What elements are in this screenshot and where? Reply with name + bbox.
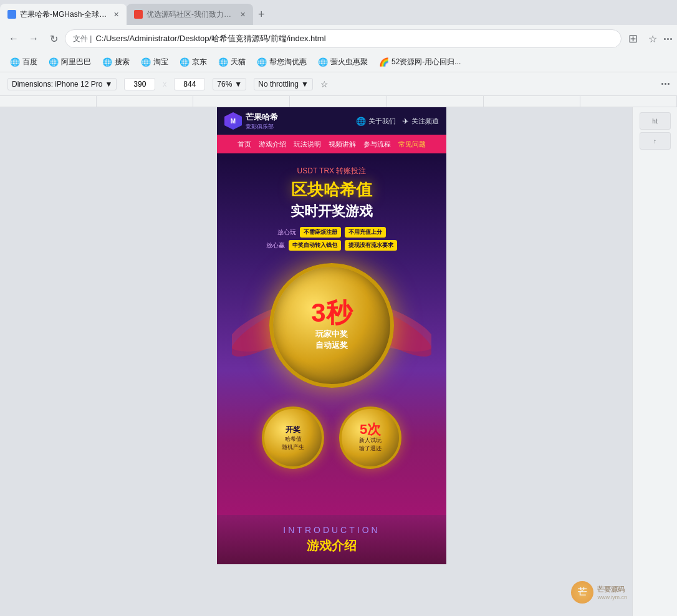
small-coins-row: 开奖 哈希值 随机产生 5次 新人试玩 输了退还 [227, 407, 436, 469]
big-coin: 3秒 玩家中奖 自动返奖 [269, 263, 394, 388]
tab-1-favicon [7, 10, 16, 19]
small-coin-1-sub1: 哈希值 [285, 435, 302, 443]
right-side-panel: ht ↑ [632, 107, 677, 616]
feature-label-1: 放心玩 [277, 228, 296, 237]
feature-row-2: 放心赢 中奖自动转入钱包 提现没有流水要求 [227, 240, 436, 251]
hero-subtitle: USDT TRX 转账投注 [227, 166, 436, 176]
bookmark-alibaba-label: 阿里巴巴 [61, 57, 91, 67]
coin-number: 3秒 [311, 300, 352, 326]
more-options-menu[interactable] [664, 38, 672, 40]
watermark-text-block: 芒要源码 www.iym.cn [597, 585, 627, 600]
about-icon: 🌐 [356, 117, 366, 126]
about-us-link[interactable]: 🌐 关于我们 [356, 117, 396, 126]
bookmark-search[interactable]: 🌐 搜索 [97, 54, 135, 70]
small-coin-2-sub1: 新人试玩 [359, 436, 382, 445]
extensions-button[interactable]: ⊞ [624, 30, 641, 47]
follow-channel-label: 关注频道 [411, 117, 439, 126]
52-icon: 🌈 [379, 57, 389, 67]
bookmark-taobao-label: 淘宝 [153, 57, 168, 67]
small-coin-1-sub2: 随机产生 [282, 443, 304, 451]
height-input[interactable] [174, 78, 205, 90]
bookmark-button[interactable]: ☆ [644, 30, 661, 47]
zoom-label: 76% [217, 80, 232, 89]
address-bar[interactable]: 文件 | C:/Users/Administrator/Desktop/哈希值竞… [65, 29, 622, 48]
big-coin-face: 3秒 玩家中奖 自动返奖 [269, 263, 394, 388]
lock-icon: 文件 | [73, 34, 92, 44]
firefly-icon: 🌐 [318, 57, 328, 67]
header-navigation: 🌐 关于我们 ✈ 关注频道 [356, 117, 439, 126]
width-input[interactable] [124, 78, 155, 90]
main-content-area: M 芒果哈希 竞彩俱乐部 🌐 关于我们 ✈ 关注频道 [0, 107, 677, 616]
bookmark-alibaba[interactable]: 🌐 阿里巴巴 [44, 54, 96, 70]
responsive-ruler [0, 96, 677, 107]
help-icon: 🌐 [257, 57, 267, 67]
hero-title-1: 区块哈希值 [227, 179, 436, 201]
intro-section: INTRODUCTION 游戏介绍 [217, 515, 446, 564]
logo-main-text: 芒果哈希 [246, 112, 278, 123]
about-us-label: 关于我们 [368, 117, 396, 126]
device-dropdown-icon: ▼ [105, 80, 112, 89]
throttling-selector[interactable]: No throttling ▼ [254, 78, 313, 90]
tab-1[interactable]: 芒果哈希-MGHash-全球最大的哈... ✕ [0, 4, 127, 25]
tab-2[interactable]: 优选源码社区-我们致力打造全网... ✕ [127, 4, 253, 25]
tab-2-title: 优选源码社区-我们致力打造全网... [146, 9, 234, 20]
logo-sub-text: 竞彩俱乐部 [246, 123, 278, 131]
bookmark-52[interactable]: 🌈 52资源网-用心回归... [374, 54, 466, 70]
feature-row-1: 放心玩 不需麻烦注册 不用充值上分 [227, 227, 436, 238]
zoom-selector[interactable]: 76% ▼ [213, 78, 246, 90]
nav-rules[interactable]: 玩法说明 [294, 140, 321, 149]
jd-icon: 🌐 [180, 57, 190, 67]
right-panel-btn-2[interactable]: ↑ [640, 132, 671, 150]
devtools-more-menu[interactable] [661, 83, 670, 85]
nav-faq[interactable]: 常见问题 [398, 140, 426, 149]
bookmark-help-label: 帮您淘优惠 [269, 57, 307, 67]
tmall-icon: 🌐 [218, 57, 228, 67]
tab-2-close[interactable]: ✕ [240, 11, 246, 19]
watermark-name: 芒要源码 [597, 585, 627, 594]
bookmark-star-icon: ☆ [320, 79, 329, 89]
new-tab-button[interactable]: + [253, 8, 270, 21]
feature-tag-1b: 不用充值上分 [345, 227, 386, 238]
bookmark-help[interactable]: 🌐 帮您淘优惠 [252, 54, 312, 70]
bookmark-firefly[interactable]: 🌐 萤火虫惠聚 [313, 54, 373, 70]
follow-channel-link[interactable]: ✈ 关注频道 [402, 117, 439, 126]
throttling-dropdown-icon: ▼ [301, 80, 309, 89]
nav-home[interactable]: 首页 [238, 140, 251, 149]
bookmark-baidu[interactable]: 🌐 百度 [5, 54, 42, 70]
url-text: C:/Users/Administrator/Desktop/哈希值竞猜源码/前… [95, 33, 325, 44]
bookmark-taobao[interactable]: 🌐 淘宝 [136, 54, 173, 70]
ruler-seg-5 [387, 96, 484, 107]
tab-1-close[interactable]: ✕ [113, 11, 119, 19]
hero-transfer-text: 转账投注 [336, 166, 366, 175]
bookmark-jd[interactable]: 🌐 京东 [175, 54, 212, 70]
ruler-seg-1 [0, 96, 97, 107]
browser-chrome: 芒果哈希-MGHash-全球最大的哈... ✕ 优选源码社区-我们致力打造全网.… [0, 0, 677, 107]
taobao-icon: 🌐 [141, 57, 151, 67]
logo-text-block: 芒果哈希 竞彩俱乐部 [246, 112, 278, 131]
devtools-toolbar: Dimensions: iPhone 12 Pro ▼ x 76% ▼ No t… [0, 72, 677, 96]
hero-banner: USDT TRX 转账投注 区块哈希值 实时开奖游戏 放心玩 不需麻烦注册 不用… [217, 153, 446, 515]
small-coin-1-title: 开奖 [286, 425, 300, 435]
hero-title-2: 实时开奖游戏 [227, 202, 436, 221]
feature-tag-2a: 中奖自动转入钱包 [289, 240, 341, 251]
feature-tag-2b: 提现没有流水要求 [345, 240, 397, 251]
intro-title: 游戏介绍 [227, 537, 436, 554]
logo-hexagon: M [224, 112, 242, 130]
right-panel-btn-1[interactable]: ht [640, 112, 671, 130]
ruler-seg-6 [484, 96, 580, 107]
small-coin-2-sub2: 输了退还 [359, 445, 382, 453]
mobile-preview-frame: M 芒果哈希 竞彩俱乐部 🌐 关于我们 ✈ 关注频道 [217, 107, 446, 564]
back-button[interactable]: ← [5, 30, 22, 47]
nav-video[interactable]: 视频讲解 [329, 140, 356, 149]
nav-game-intro[interactable]: 游戏介绍 [259, 140, 286, 149]
device-selector[interactable]: Dimensions: iPhone 12 Pro ▼ [7, 78, 117, 90]
watermark-logo-icon: 芒 [571, 581, 593, 604]
forward-button[interactable]: → [25, 30, 42, 47]
tab-bar: 芒果哈希-MGHash-全球最大的哈... ✕ 优选源码社区-我们致力打造全网.… [0, 0, 677, 25]
bookmark-tmall[interactable]: 🌐 天猫 [213, 54, 251, 70]
feature-label-2: 放心赢 [266, 241, 285, 250]
nav-process[interactable]: 参与流程 [363, 140, 391, 149]
watermark: 芒 芒要源码 www.iym.cn [571, 581, 627, 604]
refresh-button[interactable]: ↻ [45, 30, 62, 47]
ruler-seg-2 [97, 96, 193, 107]
